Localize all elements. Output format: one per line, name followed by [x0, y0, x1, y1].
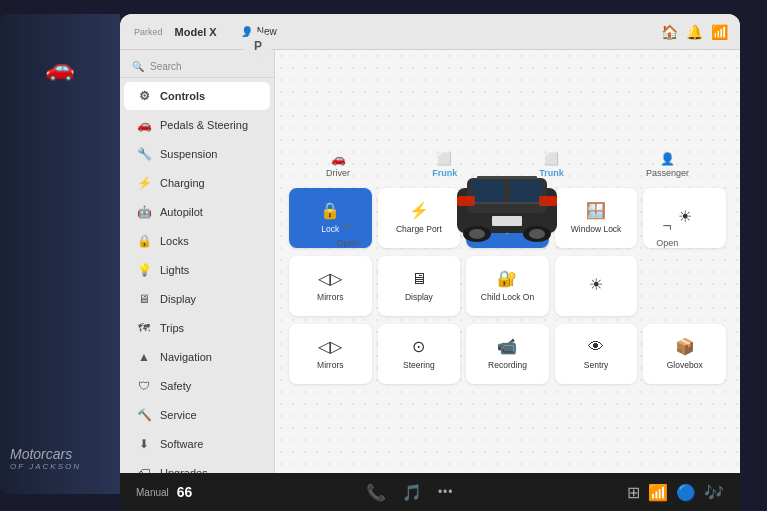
- service-icon: 🔨: [136, 408, 152, 422]
- sidebar-item-lights[interactable]: 💡 Lights: [124, 256, 270, 284]
- software-icon: ⬇: [136, 437, 152, 451]
- passenger-door-icon: ¬: [662, 217, 671, 235]
- grid-icon[interactable]: ⊞: [627, 483, 640, 502]
- locks-icon: 🔒: [136, 234, 152, 248]
- sidebar-item-software[interactable]: ⬇ Software: [124, 430, 270, 458]
- steering-label: Steering: [403, 360, 435, 370]
- door-controls: ⌐ Open: [275, 150, 740, 252]
- mirrors-button[interactable]: ◁▷ Mirrors: [289, 324, 372, 384]
- sidebar-item-safety[interactable]: 🛡 Safety: [124, 372, 270, 400]
- sentry-button[interactable]: 👁 Sentry: [555, 324, 638, 384]
- mirrors-icon: ◁▷: [318, 337, 342, 356]
- sidebar-item-navigation[interactable]: ▲ Navigation: [124, 343, 270, 371]
- phone-icon[interactable]: 📞: [366, 483, 386, 502]
- display-button[interactable]: 🖥 Display: [378, 256, 461, 316]
- child-lock-icon: 🔐: [497, 269, 517, 288]
- watermark-line2: OF JACKSON: [10, 462, 81, 471]
- passenger-door-label: Open: [656, 238, 678, 248]
- taskbar-right: ⊞ 📶 🔵 🎶: [627, 483, 724, 502]
- display-btn-label: Display: [405, 292, 433, 302]
- sidebar-item-display[interactable]: 🖥 Display: [124, 285, 270, 313]
- child-lock-button[interactable]: 🔐 Child Lock On: [466, 256, 549, 316]
- bell-icon[interactable]: 🔔: [686, 24, 703, 40]
- driver-door-label: Open: [337, 238, 359, 248]
- suspension-icon: 🔧: [136, 147, 152, 161]
- music2-icon[interactable]: 🎶: [704, 483, 724, 502]
- header: P Parked Model X 👤 New 🏠 🔔 📶: [120, 14, 740, 50]
- lights-label: Lights: [160, 264, 189, 276]
- dots-icon[interactable]: •••: [438, 485, 454, 499]
- display-icon: 🖥: [136, 292, 152, 306]
- watermark-line1: Motorcars: [10, 446, 81, 462]
- sidebar-item-service[interactable]: 🔨 Service: [124, 401, 270, 429]
- content-area: 🔍 Search ⚙ Controls 🚗 Pedals & Steering …: [120, 50, 740, 494]
- main-panel: ⌐ Open: [275, 50, 740, 494]
- svg-point-11: [529, 229, 545, 239]
- car-body-icon: 🚗: [45, 54, 75, 82]
- music-icon[interactable]: 🎵: [402, 483, 422, 502]
- search-label: Search: [150, 61, 182, 72]
- glovebox-button[interactable]: 📦 Glovebox: [643, 324, 726, 384]
- search-bar[interactable]: 🔍 Search: [120, 56, 274, 78]
- glovebox-label: Glovebox: [667, 360, 703, 370]
- sidebar-item-suspension[interactable]: 🔧 Suspension: [124, 140, 270, 168]
- display-label: Display: [160, 293, 196, 305]
- trips-label: Trips: [160, 322, 184, 334]
- recording-icon: 📹: [497, 337, 517, 356]
- child-lock-label: Child Lock On: [481, 292, 534, 302]
- svg-rect-5: [539, 196, 557, 206]
- driver-door-control[interactable]: ⌐ Open: [337, 217, 359, 248]
- driver-door-icon: ⌐: [343, 217, 352, 235]
- park-indicator: P: [244, 32, 272, 60]
- recording-button[interactable]: 📹 Recording: [466, 324, 549, 384]
- empty-slot: [643, 256, 726, 316]
- navigation-icon: ▲: [136, 350, 152, 364]
- main-screen: P Parked Model X 👤 New 🏠 🔔 📶 🔍 Search ⚙ …: [120, 14, 740, 494]
- sentry-label: Sentry: [584, 360, 609, 370]
- header-icons: 🏠 🔔 📶: [661, 24, 728, 40]
- sidebar-item-charging[interactable]: ⚡ Charging: [124, 169, 270, 197]
- charging-label: Charging: [160, 177, 205, 189]
- pedals-icon: 🚗: [136, 118, 152, 132]
- mirrors-label: Mirrors: [317, 360, 343, 370]
- recording-label: Recording: [488, 360, 527, 370]
- passenger-door-control[interactable]: ¬ Open: [656, 217, 678, 248]
- controls-label: Controls: [160, 90, 205, 102]
- search-icon: 🔍: [132, 61, 144, 72]
- taskbar-left: Manual 66: [136, 484, 192, 500]
- mirror-fold-button[interactable]: ◁▷ Mirrors: [289, 256, 372, 316]
- service-label: Service: [160, 409, 197, 421]
- home-icon[interactable]: 🏠: [661, 24, 678, 40]
- sentry-icon: 👁: [588, 338, 604, 356]
- left-panel: 🚗: [0, 14, 120, 494]
- taskbar: Manual 66 📞 🎵 ••• ⊞ 📶 🔵 🎶: [120, 473, 740, 511]
- svg-rect-6: [492, 216, 522, 226]
- sun-button-2[interactable]: ☀: [555, 256, 638, 316]
- suspension-label: Suspension: [160, 148, 218, 160]
- wifi-icon: 📶: [648, 483, 668, 502]
- watermark: Motorcars OF JACKSON: [10, 446, 81, 471]
- autopilot-icon: 🤖: [136, 205, 152, 219]
- svg-rect-3: [510, 180, 542, 202]
- safety-label: Safety: [160, 380, 191, 392]
- sidebar-item-pedals[interactable]: 🚗 Pedals & Steering: [124, 111, 270, 139]
- parked-status: Parked: [134, 27, 163, 37]
- safety-icon: 🛡: [136, 379, 152, 393]
- svg-rect-12: [477, 176, 537, 179]
- sidebar-item-autopilot[interactable]: 🤖 Autopilot: [124, 198, 270, 226]
- sidebar-item-trips[interactable]: 🗺 Trips: [124, 314, 270, 342]
- sidebar-item-locks[interactable]: 🔒 Locks: [124, 227, 270, 255]
- action-grid-row2: ◁▷ Mirrors 🖥 Display 🔐 Child Lock On ☀: [275, 256, 740, 324]
- navigation-label: Navigation: [160, 351, 212, 363]
- sidebar-item-controls[interactable]: ⚙ Controls: [124, 82, 270, 110]
- charging-icon: ⚡: [136, 176, 152, 190]
- autopilot-label: Autopilot: [160, 206, 203, 218]
- lights-icon: 💡: [136, 263, 152, 277]
- steering-icon: ⊙: [412, 337, 425, 356]
- car-image: [442, 158, 572, 248]
- bluetooth-icon[interactable]: 🔵: [676, 483, 696, 502]
- mirror-fold-label: Mirrors: [317, 292, 343, 302]
- steering-button[interactable]: ⊙ Steering: [378, 324, 461, 384]
- sun-icon-2: ☀: [589, 275, 603, 294]
- svg-rect-4: [457, 196, 475, 206]
